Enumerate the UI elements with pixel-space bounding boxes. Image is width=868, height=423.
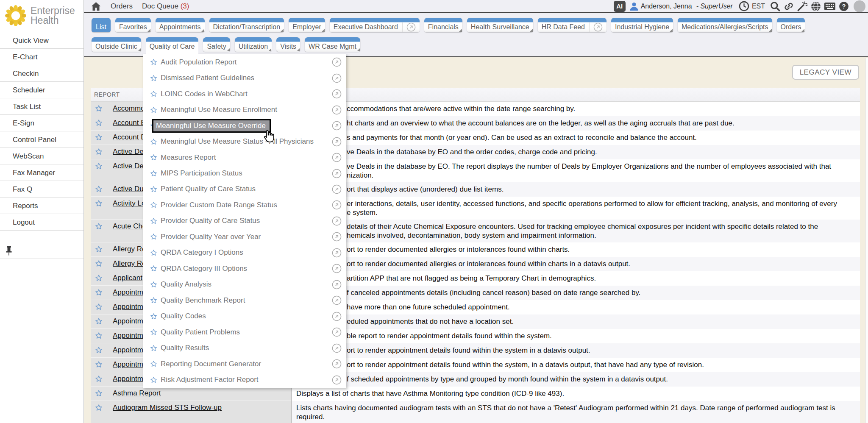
favorite-star-icon[interactable]	[150, 75, 157, 82]
menu-item-risk-adjustment-factor-report[interactable]: Risk Adjustment Factor Report	[143, 372, 346, 387]
menu-item-patient-quality-of-care-status[interactable]: Patient Quality of Care Status	[143, 181, 346, 197]
favorite-star-icon[interactable]	[95, 361, 103, 368]
tab-visits[interactable]: Visits	[276, 37, 300, 52]
tab-appointments[interactable]: Appointments	[156, 18, 205, 32]
favorite-star-icon[interactable]	[95, 404, 103, 412]
open-report-icon[interactable]	[593, 22, 603, 32]
open-report-icon[interactable]	[332, 312, 342, 321]
open-report-icon[interactable]	[332, 153, 342, 162]
report-link[interactable]: Asthma Report	[113, 389, 161, 398]
report-link[interactable]: Active Du	[113, 185, 144, 193]
favorite-star-icon[interactable]	[95, 390, 103, 397]
sidebar-item-fax-q[interactable]: Fax Q	[0, 181, 83, 197]
sidebar-item-webscan[interactable]: WebScan	[0, 147, 83, 164]
favorite-star-icon[interactable]	[150, 328, 157, 336]
favorite-star-icon[interactable]	[95, 303, 103, 311]
sidebar-item-scheduler[interactable]: Scheduler	[0, 81, 83, 98]
legacy-view-button[interactable]: LEGACY VIEW	[792, 65, 859, 80]
favorite-star-icon[interactable]	[95, 148, 103, 156]
favorite-star-icon[interactable]	[95, 119, 103, 127]
favorite-star-icon[interactable]	[150, 186, 157, 193]
menu-item-meaningful-use-measure-status-all-physicians[interactable]: Meaningful Use Measure Status - All Phys…	[143, 134, 346, 149]
open-report-icon[interactable]	[332, 169, 342, 178]
report-link[interactable]: Appointme	[113, 360, 147, 369]
menu-item-reporting-document-generator[interactable]: Reporting Document Generator	[143, 356, 346, 372]
favorite-star-icon[interactable]	[95, 332, 103, 340]
open-report-icon[interactable]	[332, 200, 342, 210]
report-link[interactable]: Accommo	[113, 104, 145, 113]
favorite-star-icon[interactable]	[150, 265, 157, 272]
menu-item-provider-custom-date-range-status[interactable]: Provider Custom Date Range Status	[143, 197, 346, 213]
report-link[interactable]: Applicant	[113, 274, 142, 282]
tab-executive-dashboard[interactable]: Executive Dashboard	[330, 18, 420, 32]
open-report-icon[interactable]	[332, 280, 342, 289]
open-report-icon[interactable]	[332, 137, 342, 147]
menu-item-quality-codes[interactable]: Quality Codes	[143, 309, 346, 324]
tab-orders[interactable]: Orders	[777, 18, 805, 32]
sidebar-item-e-chart[interactable]: E-Chart	[0, 48, 83, 65]
report-link[interactable]: Appointme	[113, 331, 147, 340]
sidebar-item-e-sign[interactable]: E-Sign	[0, 114, 83, 131]
presence-dot[interactable]	[854, 0, 865, 12]
favorite-star-icon[interactable]	[150, 297, 157, 304]
favorite-star-icon[interactable]	[95, 185, 103, 193]
report-link[interactable]: Appointme	[113, 288, 147, 297]
menu-item-quality-analysis[interactable]: Quality Analysis	[143, 277, 346, 292]
favorite-star-icon[interactable]	[150, 138, 157, 145]
tab-medications-allergies-scripts[interactable]: Medications/Allergies/Scripts	[678, 18, 772, 32]
tab-hr-data-feed[interactable]: HR Data Feed	[538, 18, 606, 32]
favorite-star-icon[interactable]	[150, 249, 157, 256]
wand-icon[interactable]	[797, 1, 808, 12]
menu-item-audit-population-report[interactable]: Audit Population Report	[143, 54, 346, 70]
tab-wr-case-mgmt[interactable]: WR Case Mgmt	[305, 37, 360, 52]
favorite-star-icon[interactable]	[95, 223, 103, 230]
open-report-icon[interactable]	[332, 105, 342, 115]
sidebar-pin-row[interactable]	[0, 230, 83, 259]
open-report-icon[interactable]	[332, 216, 342, 226]
breadcrumb-doc-queue[interactable]: Doc Queue (3)	[142, 2, 189, 11]
tab-quality-of-care[interactable]: Quality of Care	[146, 37, 199, 55]
sidebar-item-checkin[interactable]: Checkin	[0, 65, 83, 81]
report-link[interactable]: Account D	[113, 133, 146, 142]
report-link[interactable]: Appointme	[113, 317, 147, 326]
open-report-icon[interactable]	[332, 375, 342, 385]
sidebar-item-reports[interactable]: Reports	[0, 197, 83, 214]
clock-icon[interactable]	[739, 1, 749, 11]
open-report-icon[interactable]	[332, 121, 342, 131]
breadcrumb-orders[interactable]: Orders	[111, 2, 133, 11]
menu-item-dismissed-patient-guidelines[interactable]: Dismissed Patient Guidelines	[143, 70, 346, 86]
keyboard-icon[interactable]	[824, 2, 836, 11]
sidebar-item-logout[interactable]: Logout	[0, 214, 83, 230]
report-link[interactable]: Appointme	[113, 303, 147, 311]
tab-industrial-hygiene[interactable]: Industrial Hygiene	[611, 18, 673, 32]
user-name[interactable]: Anderson, Jenna	[641, 3, 692, 10]
search-icon[interactable]	[770, 1, 781, 12]
favorite-star-icon[interactable]	[150, 345, 157, 352]
open-report-icon[interactable]	[332, 57, 342, 67]
open-report-icon[interactable]	[332, 248, 342, 258]
favorite-star-icon[interactable]	[150, 313, 157, 320]
report-link[interactable]: Activity Lo	[113, 199, 145, 208]
report-link[interactable]: Active De	[113, 162, 144, 170]
menu-item-meaningful-use-measure-enrollment[interactable]: Meaningful Use Measure Enrollment	[143, 102, 346, 117]
open-report-icon[interactable]	[332, 73, 342, 83]
report-link[interactable]: Acute Che	[113, 222, 146, 231]
ai-badge[interactable]: AI	[614, 1, 626, 12]
menu-item-mips-participation-status[interactable]: MIPS Participation Status	[143, 165, 346, 181]
favorite-star-icon[interactable]	[150, 90, 157, 97]
favorite-star-icon[interactable]	[95, 245, 103, 253]
report-link[interactable]: Appointme	[113, 346, 147, 354]
menu-item-qrda-category-i-options[interactable]: QRDA Category I Options	[143, 245, 346, 261]
open-report-icon[interactable]	[332, 343, 342, 353]
favorite-star-icon[interactable]	[95, 134, 103, 141]
sidebar-item-control-panel[interactable]: Control Panel	[0, 131, 83, 147]
favorite-star-icon[interactable]	[150, 170, 157, 177]
favorite-star-icon[interactable]	[95, 274, 103, 282]
report-link[interactable]: Appointme	[113, 375, 147, 383]
menu-item-qrda-category-iii-options[interactable]: QRDA Category III Options	[143, 261, 346, 276]
open-report-icon[interactable]	[332, 184, 342, 194]
open-report-icon[interactable]	[332, 359, 342, 369]
sidebar-item-quick-view[interactable]: Quick View	[0, 32, 83, 48]
tab-financials[interactable]: Financials	[424, 18, 462, 32]
menu-item-provider-quality-year-over-year[interactable]: Provider Quality Year over Year	[143, 229, 346, 245]
